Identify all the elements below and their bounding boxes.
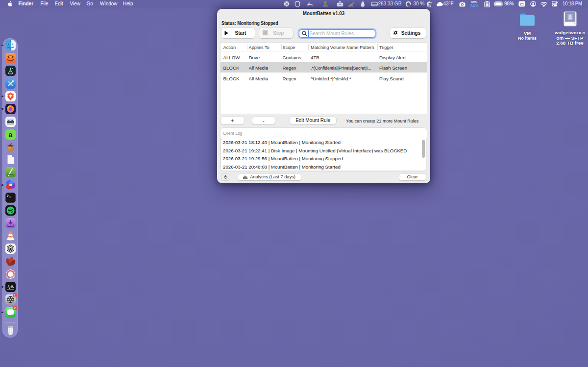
svg-text:a: a <box>8 131 12 139</box>
svg-text:21: 21 <box>520 2 524 6</box>
